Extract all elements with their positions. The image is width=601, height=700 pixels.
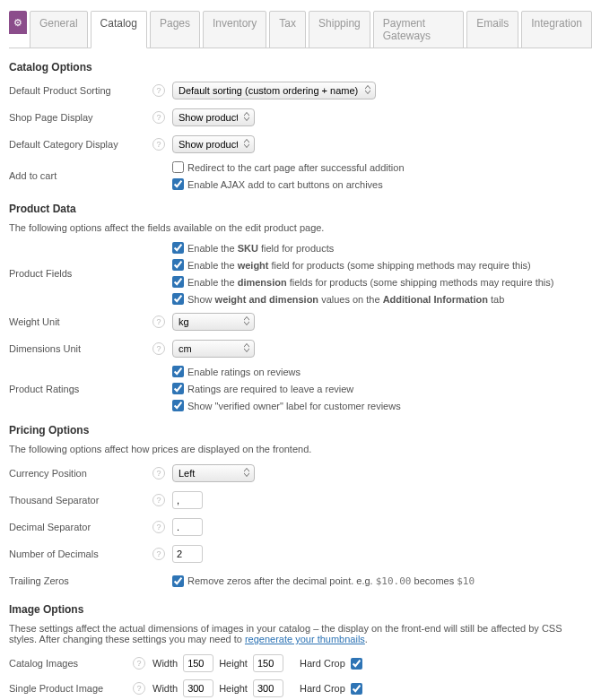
pricing-options-heading: Pricing Options	[9, 424, 592, 436]
image-options-desc: These settings affect the actual dimensi…	[9, 623, 592, 644]
dimensions-unit-label: Dimensions Unit	[9, 343, 152, 354]
tab-inventory[interactable]: Inventory	[203, 11, 266, 48]
catalog-options-heading: Catalog Options	[9, 61, 592, 73]
num-decimals-label: Number of Decimals	[9, 549, 152, 559]
tab-integration[interactable]: Integration	[521, 11, 592, 48]
help-icon[interactable]: ?	[133, 657, 145, 670]
pricing-options-desc: The following options affect how prices …	[9, 444, 592, 454]
verified-owner-checkbox[interactable]	[172, 400, 184, 411]
help-icon[interactable]: ?	[152, 521, 165, 533]
category-display-label: Default Category Display	[9, 139, 152, 150]
show-weight-dim-checkbox[interactable]	[172, 293, 184, 305]
num-decimals-input[interactable]	[172, 545, 203, 563]
decimal-sep-input[interactable]	[172, 518, 203, 536]
help-icon[interactable]: ?	[152, 342, 165, 355]
gear-icon[interactable]: ⚙	[9, 11, 27, 34]
product-fields-label: Product Fields	[9, 268, 152, 279]
default-sorting-label: Default Product Sorting	[9, 85, 152, 96]
catalog-width-input[interactable]	[183, 654, 213, 672]
tab-emails[interactable]: Emails	[466, 11, 518, 48]
product-data-desc: The following options affect the fields …	[9, 222, 592, 233]
help-icon[interactable]: ?	[152, 315, 165, 328]
image-options-heading: Image Options	[9, 603, 592, 616]
trailing-zeros-label: Trailing Zeros	[9, 575, 152, 586]
shop-display-select[interactable]: Show products	[172, 108, 255, 126]
dimension-checkbox[interactable]	[172, 276, 184, 288]
single-height-input[interactable]	[253, 679, 283, 697]
thousand-sep-input[interactable]	[172, 491, 203, 509]
catalog-hardcrop-checkbox[interactable]	[351, 658, 362, 670]
trailing-zeros-checkbox[interactable]	[172, 575, 184, 587]
help-icon[interactable]: ?	[152, 84, 165, 97]
shop-display-label: Shop Page Display	[9, 112, 152, 123]
help-icon[interactable]: ?	[152, 111, 165, 124]
product-data-heading: Product Data	[9, 203, 592, 215]
settings-tabs: ⚙ General Catalog Pages Inventory Tax Sh…	[9, 7, 592, 48]
add-to-cart-label: Add to cart	[9, 170, 152, 181]
default-sorting-select[interactable]: Default sorting (custom ordering + name)	[172, 82, 376, 99]
ajax-cart-checkbox[interactable]	[172, 178, 184, 190]
catalog-images-label: Catalog Images	[9, 658, 133, 669]
category-display-select[interactable]: Show products	[172, 135, 255, 153]
tab-general[interactable]: General	[30, 11, 88, 48]
product-ratings-label: Product Ratings	[9, 384, 152, 394]
weight-unit-select[interactable]: kg	[172, 313, 255, 331]
dimensions-unit-select[interactable]: cm	[172, 340, 255, 358]
weight-unit-label: Weight Unit	[9, 316, 152, 327]
catalog-height-input[interactable]	[253, 654, 283, 672]
redirect-cart-text: Redirect to the cart page after successf…	[187, 162, 405, 173]
tab-catalog[interactable]: Catalog	[91, 11, 147, 48]
single-image-label: Single Product Image	[9, 683, 133, 694]
tab-pages[interactable]: Pages	[150, 11, 200, 48]
redirect-cart-checkbox[interactable]	[172, 161, 184, 173]
help-icon[interactable]: ?	[152, 548, 165, 560]
sku-checkbox[interactable]	[172, 242, 184, 254]
ratings-required-checkbox[interactable]	[172, 383, 184, 394]
tab-tax[interactable]: Tax	[269, 11, 306, 48]
help-icon[interactable]: ?	[152, 494, 165, 506]
single-width-input[interactable]	[183, 679, 213, 697]
ajax-cart-text: Enable AJAX add to cart buttons on archi…	[187, 179, 383, 190]
thousand-sep-label: Thousand Separator	[9, 495, 152, 506]
enable-ratings-checkbox[interactable]	[172, 366, 184, 377]
tab-payment-gateways[interactable]: Payment Gateways	[373, 11, 465, 48]
regenerate-thumbnails-link[interactable]: regenerate your thumbnails	[245, 634, 365, 644]
help-icon[interactable]: ?	[152, 467, 165, 480]
weight-checkbox[interactable]	[172, 259, 184, 271]
help-icon[interactable]: ?	[152, 138, 165, 151]
tab-shipping[interactable]: Shipping	[309, 11, 370, 48]
currency-position-label: Currency Position	[9, 468, 152, 479]
currency-position-select[interactable]: Left	[172, 464, 255, 482]
help-icon[interactable]: ?	[133, 682, 145, 695]
single-hardcrop-checkbox[interactable]	[351, 683, 362, 695]
decimal-sep-label: Decimal Separator	[9, 522, 152, 532]
